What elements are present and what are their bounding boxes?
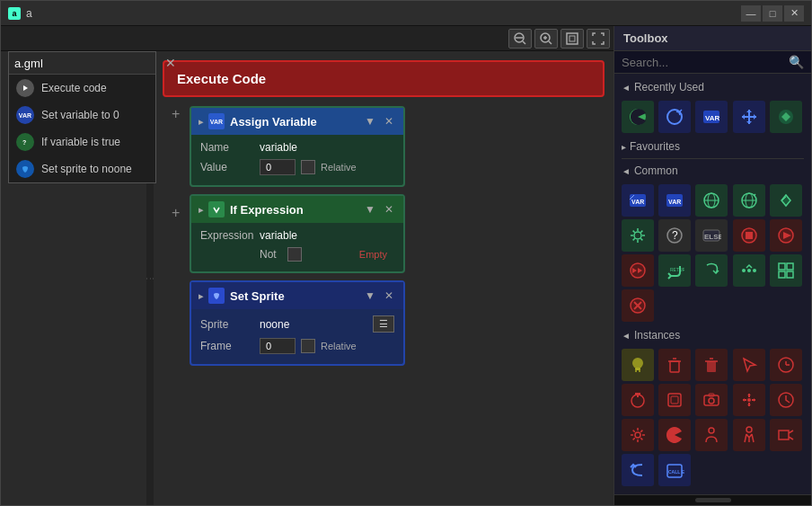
fit-view-button[interactable] — [560, 29, 584, 49]
toolbox-icon-common-else[interactable]: ELSE — [695, 219, 728, 252]
assign-name-value: variable — [260, 141, 297, 154]
if-expression-body: Expression variable Not Empty — [191, 223, 403, 271]
toolbox-icon-inst-shield[interactable] — [658, 384, 691, 416]
set-sprite-frame-input[interactable] — [260, 338, 296, 354]
toolbox-icon-common-var2[interactable]: VAR — [658, 184, 691, 217]
toolbox-icon-common-cog[interactable] — [622, 219, 654, 252]
toolbox-icon-inst-trash[interactable] — [658, 349, 691, 381]
svg-rect-51 — [635, 368, 640, 370]
toolbox-icon-inst-run[interactable] — [733, 419, 765, 451]
svg-rect-8 — [569, 36, 575, 41]
set-sprite-dropdown[interactable]: ▼ — [362, 289, 378, 302]
autocomplete-item-execute[interactable]: Execute code — [9, 75, 155, 102]
toolbox-icon-inst-timer[interactable] — [622, 384, 654, 416]
autocomplete-item-set-sprite[interactable]: Set sprite to noone — [9, 155, 155, 182]
toolbox-icon-inst-clock[interactable] — [770, 349, 802, 381]
set-sprite-relative-checkbox[interactable] — [301, 339, 315, 353]
common-section-header[interactable]: ◄ Common — [614, 161, 811, 181]
toolbox-icon-var[interactable]: VAR — [695, 101, 728, 133]
toolbox-icon-inst-pac[interactable] — [658, 419, 691, 451]
toolbox-icon-inst-back[interactable] — [622, 454, 654, 486]
autocomplete-item-if-variable[interactable]: ? If variable is true — [9, 129, 155, 155]
toolbox-icon-common-play[interactable] — [770, 219, 802, 252]
toolbox-icon-inst-gear[interactable] — [622, 419, 654, 451]
autocomplete-item-set-sprite-label: Set sprite to noone — [41, 163, 132, 175]
toolbox-icon-common-var1[interactable]: VAR — [622, 184, 654, 217]
toolbox-icon-inst-event[interactable]: CALL EVENT — [658, 454, 691, 486]
zoom-reset-button[interactable] — [534, 29, 558, 49]
set-sprite-close[interactable]: ✕ — [382, 289, 396, 302]
title-bar-controls: — □ ✕ — [741, 5, 804, 22]
toolbox-icon-diamond-arrows[interactable] — [770, 101, 802, 133]
assign-variable-block-icon: VAR — [208, 113, 225, 129]
set-sprite-block: ▸ Set Sprite ▼ ✕ Spr — [190, 280, 405, 366]
toolbox-title: Toolbox — [623, 31, 668, 45]
toolbox-icon-common-arrow-loop[interactable] — [695, 254, 728, 287]
toolbox-icon-inst-bulb[interactable] — [622, 349, 654, 381]
common-label: Common — [634, 164, 678, 177]
svg-point-42 — [753, 269, 756, 272]
assign-variable-close[interactable]: ✕ — [382, 115, 396, 128]
toolbox-icon-inst-camera[interactable] — [695, 384, 728, 416]
maximize-button[interactable]: □ — [763, 5, 782, 22]
if-expression-close[interactable]: ✕ — [382, 203, 396, 216]
toolbox-icon-inst-clock2[interactable] — [770, 384, 802, 416]
set-sprite-collapse[interactable]: ▸ — [199, 291, 203, 301]
favourites-section-header[interactable]: ▸ Favourites — [614, 137, 811, 156]
if-expression-header: ▸ If Expression ▼ ✕ — [191, 196, 403, 223]
toolbox-icon-common-globe2[interactable] — [733, 184, 765, 217]
if-expression-dropdown[interactable]: ▼ — [362, 203, 378, 216]
add-block-button-2[interactable]: + — [172, 205, 180, 221]
autocomplete-clear-button[interactable]: ✕ — [165, 56, 176, 70]
canvas-toolbar — [1, 26, 613, 51]
toolbox-icon-inst-trash2[interactable] — [695, 349, 728, 381]
autocomplete-input[interactable] — [14, 57, 165, 70]
if-expression-not-label: Not — [260, 248, 277, 261]
close-button[interactable]: ✕ — [784, 5, 804, 22]
toolbox-icon-common-return[interactable]: RETURN — [658, 254, 691, 287]
toolbox-icon-inst-arrows4[interactable] — [733, 384, 765, 416]
set-sprite-header: ▸ Set Sprite ▼ ✕ — [191, 282, 403, 309]
assign-name-label: Name — [200, 141, 254, 154]
assign-variable-dropdown[interactable]: ▼ — [362, 115, 378, 128]
toolbox-icon-arrows[interactable] — [733, 101, 765, 133]
toolbox-icon-common-stop[interactable] — [733, 219, 765, 252]
if-expression-not-checkbox[interactable] — [287, 247, 302, 262]
assign-value-input[interactable] — [260, 159, 296, 175]
toolbox-icon-pacman[interactable] — [622, 101, 654, 133]
toolbox-icon-common-grid-arrows[interactable] — [770, 254, 802, 287]
toolbox-icon-common-fast-forward[interactable] — [622, 254, 654, 287]
app-icon: a — [8, 7, 21, 20]
set-sprite-browse-button[interactable]: ☰ — [373, 315, 394, 333]
toolbox-icon-common-diamond2[interactable] — [770, 184, 802, 217]
toolbox-icon-common-x[interactable] — [622, 289, 654, 322]
if-expression-collapse[interactable]: ▸ — [199, 205, 203, 215]
svg-rect-36 — [746, 232, 753, 239]
minimize-button[interactable]: — — [741, 5, 761, 22]
assign-relative-checkbox[interactable] — [301, 160, 315, 174]
recently-used-section-header[interactable]: ◄ Recently Used — [614, 77, 811, 97]
toolbox-search-input[interactable] — [622, 56, 789, 69]
toolbox-header: Toolbox — [614, 26, 811, 51]
set-sprite-title: Set Sprite — [230, 289, 285, 303]
toolbox-icon-rotate[interactable] — [658, 101, 691, 133]
zoom-out-button[interactable] — [508, 29, 532, 49]
toolbox-icon-inst-slide[interactable] — [770, 419, 802, 451]
svg-text:VAR: VAR — [631, 199, 644, 205]
toolbox-icon-common-question[interactable]: ? — [658, 219, 691, 252]
toolbox-icon-inst-cursor[interactable] — [733, 349, 765, 381]
svg-text:VAR: VAR — [668, 199, 681, 205]
add-block-button-1[interactable]: + — [172, 106, 180, 122]
toolbox-icon-common-globe1[interactable] — [695, 184, 728, 217]
toolbox-icon-common-dots-arrows[interactable] — [733, 254, 765, 287]
assign-variable-collapse[interactable]: ▸ — [199, 117, 203, 127]
favourites-label: Favourites — [630, 140, 680, 153]
autocomplete-item-set-variable[interactable]: VAR Set variable to 0 — [9, 102, 155, 129]
assign-variable-controls: ▼ ✕ — [362, 115, 396, 128]
instances-section-header[interactable]: ◄ Instances — [614, 325, 811, 345]
svg-rect-64 — [668, 394, 681, 406]
toolbox-icon-inst-person[interactable] — [695, 419, 728, 451]
assign-value-label: Value — [200, 161, 254, 173]
toolbox-scrollbar-h — [614, 494, 811, 505]
fullscreen-button[interactable] — [587, 29, 610, 49]
